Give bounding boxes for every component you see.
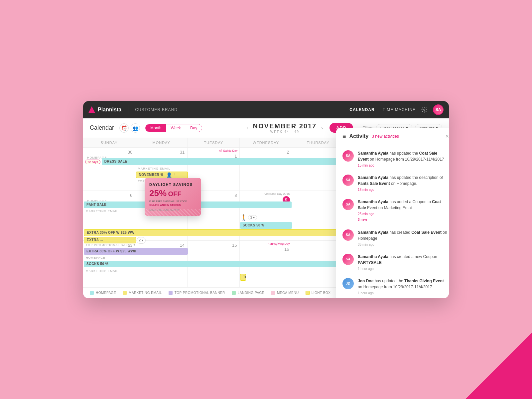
activity-time-2: 18 min ago (358, 187, 449, 192)
legend-dot-homepage (90, 291, 94, 295)
prev-month-arrow[interactable]: ‹ (245, 124, 250, 132)
view-tabs: Month Week Day (145, 124, 202, 132)
popup-off: OFF (168, 190, 182, 198)
popup-stripes (145, 209, 201, 216)
activity-item: SA Samantha Ayala has created a new Coup… (336, 250, 449, 275)
avatar-samantha-2: SA (342, 175, 354, 186)
day-number: 31 (137, 149, 185, 155)
activity-content-4: Samantha Ayala has created Coat Sale Eve… (358, 229, 449, 247)
activity-content-6: Jon Doe has updated the Thanks Giving Ev… (358, 278, 449, 296)
more-btn-3[interactable]: 3 ▾ (248, 215, 257, 220)
activity-time-1: 15 min ago (358, 163, 449, 168)
activity-item: SA Samantha Ayala has updated the Coat S… (336, 147, 449, 171)
legend-top-promo: TOP PROMOTIONAL BANNER (169, 291, 225, 295)
legend-dot-marketing (123, 291, 127, 295)
popup-sub: PLUS FREE SHIPPING USE CODE ONLINE AND I… (149, 200, 197, 207)
calendar-title: Calendar (90, 124, 114, 131)
user-avatar[interactable]: SA (433, 104, 444, 115)
day-sunday: Sunday (83, 138, 135, 147)
day-number: 10 (294, 192, 342, 199)
socks-bar-w2[interactable]: SOCKS 50 % (240, 222, 292, 229)
decorative-triangle (466, 332, 532, 399)
legend-mega-menu: MEGA MENU (271, 291, 299, 295)
activity-header: ≡ Activity 3 new activities × (336, 128, 449, 144)
activity-icon: ≡ (342, 133, 346, 140)
month-name: NOVEMBER 2017 (253, 122, 317, 130)
activity-item: SA Samantha Ayala has created Coat Sale … (336, 226, 449, 250)
activity-title: Activity (349, 133, 369, 139)
activity-content-2: Samantha Ayala has updated the descripti… (358, 175, 449, 192)
activity-close-button[interactable]: × (445, 133, 449, 140)
legend-dot-mega (271, 291, 275, 295)
clock-icon[interactable]: ⏰ (119, 123, 129, 133)
legend-light-box: LIGHT BOX (306, 291, 331, 295)
avatar-samantha-1: SA (342, 150, 354, 162)
holiday-all-saints: All Saints Day (190, 149, 237, 152)
tab-week[interactable]: Week (166, 124, 185, 132)
activity-badge: 3 new activities (372, 134, 399, 139)
holiday-veterans: Veterans Day 2016 (242, 192, 290, 196)
day-number: 2 (242, 149, 290, 155)
app-logo: Plannista (88, 106, 121, 113)
day-wednesday: Wednesday (240, 138, 292, 147)
tab-month[interactable]: Month (146, 124, 166, 132)
activity-time-3: 25 min ago (358, 211, 449, 216)
nav-divider (128, 105, 128, 114)
extra-30-bar-w3[interactable]: EXTRA 30% OFF W $25 WWII (84, 248, 188, 255)
week-range: WEEK 44 - 49 (253, 130, 317, 134)
top-navigation: Plannista CUSTOMER BRAND CALENDAR TIME M… (83, 101, 449, 118)
avatar-samantha-4: SA (342, 229, 354, 241)
activity-time-4: 35 min ago (358, 242, 449, 247)
month-label: NOVEMBER 2017 WEEK 44 - 49 (253, 122, 317, 134)
day-tuesday: Tuesday (188, 138, 240, 147)
app-window: Plannista CUSTOMER BRAND CALENDAR TIME M… (83, 101, 449, 298)
settings-icon[interactable] (420, 105, 429, 114)
activity-list: SA Samantha Ayala has updated the Coat S… (336, 144, 449, 298)
legend-dot-lightbox (306, 291, 310, 295)
nav-time-machine[interactable]: TIME MACHINE (383, 107, 416, 112)
day-number: 30 (85, 149, 133, 155)
november-pct-bar[interactable]: NOVEMBER % 👤 ⋮ (136, 172, 188, 178)
legend-landing-page: LANDING PAGE (232, 291, 264, 295)
day-monday: Monday (135, 138, 188, 147)
svg-point-0 (424, 109, 425, 110)
thanksgiving-mail-bar[interactable]: Thanksgiving mail (240, 274, 246, 281)
nav-calendar[interactable]: CALENDAR (349, 107, 374, 112)
coupon-popup: DAYLIGHT SAVINGS 25% OFF PLUS FREE SHIPP… (145, 178, 201, 216)
activity-content-3: Samantha Ayala has added a Coupon to Coa… (358, 199, 449, 222)
legend-dot-promo (169, 291, 173, 295)
activity-time-6: 1 hour ago (358, 291, 449, 296)
new-badge: 3 new (358, 217, 367, 222)
activity-item: SA Samantha Ayala has added a Coupon to … (336, 196, 449, 226)
legend-homepage: HOMEPAGE (90, 291, 116, 295)
month-navigation: ‹ NOVEMBER 2017 WEEK 44 - 49 › (245, 122, 324, 134)
calendar-icon-buttons: ⏰ 👥 (119, 123, 140, 133)
brand-label: CUSTOMER BRAND (135, 107, 178, 112)
activity-content-1: Samantha Ayala has updated the Coat Sale… (358, 150, 449, 168)
legend-marketing-email: MARKETING EMAIL (123, 291, 162, 295)
avatar-jon-1: JD (342, 278, 354, 289)
popup-title: DAYLIGHT SAVINGS (149, 183, 197, 187)
tab-day[interactable]: Day (186, 124, 202, 132)
day-number: 6 (85, 192, 133, 199)
app-name: Plannista (98, 107, 121, 113)
day-number: 3 (294, 149, 342, 155)
activity-panel: ≡ Activity 3 new activities × SA Samanth… (336, 128, 449, 298)
avatar-samantha-5: SA (342, 254, 354, 265)
avatar-samantha-3: SA (342, 199, 354, 210)
next-month-arrow[interactable]: › (320, 124, 324, 132)
activity-item: JD Jon Doe has updated the Thanks Giving… (336, 275, 449, 298)
activity-time-5: 1 hour ago (358, 266, 449, 271)
logo-icon (88, 106, 95, 113)
activity-item: SA Samantha Ayala has updated the descri… (336, 171, 449, 196)
nav-links: CALENDAR TIME MACHINE (349, 107, 416, 112)
popup-discount: 25% (149, 188, 167, 198)
legend-dot-landing (232, 291, 236, 295)
people-icon[interactable]: 👥 (131, 123, 140, 133)
activity-content-5: Samantha Ayala has created a new Coupon … (358, 254, 449, 271)
